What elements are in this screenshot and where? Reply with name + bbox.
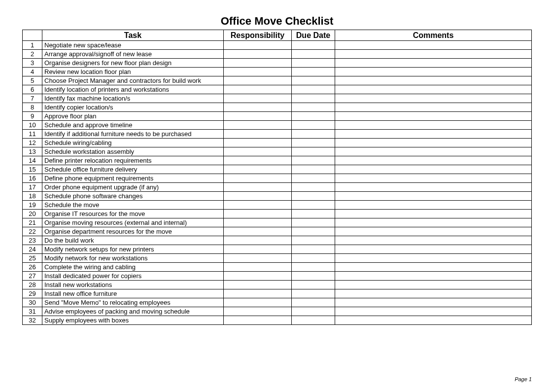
table-row: 5Choose Project Manager and contractors …	[23, 76, 532, 85]
checklist-table: Task Responsibility Due Date Comments 1N…	[22, 30, 532, 325]
responsibility-cell	[224, 183, 292, 192]
table-row: 1Negotiate new space/lease	[23, 41, 532, 50]
due-date-cell	[292, 156, 335, 165]
due-date-cell	[292, 121, 335, 130]
responsibility-cell	[224, 103, 292, 112]
row-number: 18	[23, 192, 42, 201]
responsibility-cell	[224, 307, 292, 316]
responsibility-cell	[224, 85, 292, 94]
task-cell: Modify network setups for new printers	[42, 245, 224, 254]
task-cell: Organise IT resources for the move	[42, 210, 224, 218]
table-row: 11Identify if additional furniture needs…	[23, 130, 532, 139]
table-row: 27Install dedicated power for copiers	[23, 272, 532, 281]
comments-cell	[335, 254, 532, 263]
responsibility-cell	[224, 121, 292, 130]
responsibility-cell	[224, 210, 292, 218]
table-row: 17Order phone equipment upgrade (if any)	[23, 183, 532, 192]
due-date-cell	[292, 130, 335, 139]
row-number: 1	[23, 41, 42, 50]
task-cell: Do the build work	[42, 236, 224, 245]
task-cell: Identify copier location/s	[42, 103, 224, 112]
task-cell: Define printer relocation requirements	[42, 156, 224, 165]
row-number: 28	[23, 281, 42, 289]
due-date-cell	[292, 41, 335, 50]
responsibility-cell	[224, 227, 292, 236]
table-row: 21Organise moving resources (external an…	[23, 218, 532, 227]
comments-cell	[335, 156, 532, 165]
responsibility-cell	[224, 156, 292, 165]
task-cell: Negotiate new space/lease	[42, 41, 224, 50]
responsibility-cell	[224, 272, 292, 281]
due-date-cell	[292, 165, 335, 174]
task-cell: Send "Move Memo" to relocating employees	[42, 298, 224, 307]
comments-cell	[335, 192, 532, 201]
table-row: 30Send "Move Memo" to relocating employe…	[23, 298, 532, 307]
row-number: 3	[23, 59, 42, 68]
row-number: 22	[23, 227, 42, 236]
row-number: 25	[23, 254, 42, 263]
task-cell: Install dedicated power for copiers	[42, 272, 224, 281]
responsibility-cell	[224, 41, 292, 50]
responsibility-cell	[224, 192, 292, 201]
row-number: 16	[23, 174, 42, 183]
responsibility-cell	[224, 50, 292, 59]
responsibility-cell	[224, 165, 292, 174]
table-row: 14Define printer relocation requirements	[23, 156, 532, 165]
comments-cell	[335, 147, 532, 156]
table-row: 9Approve floor plan	[23, 112, 532, 121]
responsibility-cell	[224, 316, 292, 325]
table-row: 13Schedule workstation assembly	[23, 147, 532, 156]
comments-cell	[335, 103, 532, 112]
task-cell: Identify location of printers and workst…	[42, 85, 224, 94]
due-date-cell	[292, 76, 335, 85]
row-number: 4	[23, 68, 42, 76]
comments-cell	[335, 50, 532, 59]
table-row: 32Supply employees with boxes	[23, 316, 532, 325]
comments-cell	[335, 121, 532, 130]
comments-cell	[335, 281, 532, 289]
table-row: 20Organise IT resources for the move	[23, 210, 532, 218]
task-cell: Schedule the move	[42, 201, 224, 210]
table-row: 26Complete the wiring and cabling	[23, 263, 532, 272]
row-number: 9	[23, 112, 42, 121]
responsibility-cell	[224, 130, 292, 139]
due-date-cell	[292, 94, 335, 103]
due-date-cell	[292, 103, 335, 112]
comments-cell	[335, 201, 532, 210]
task-cell: Install new office furniture	[42, 289, 224, 298]
comments-cell	[335, 174, 532, 183]
due-date-cell	[292, 254, 335, 263]
comments-cell	[335, 130, 532, 139]
due-date-cell	[292, 139, 335, 147]
responsibility-cell	[224, 263, 292, 272]
due-date-cell	[292, 289, 335, 298]
row-number: 12	[23, 139, 42, 147]
due-date-cell	[292, 245, 335, 254]
comments-cell	[335, 227, 532, 236]
task-cell: Choose Project Manager and contractors f…	[42, 76, 224, 85]
due-date-cell	[292, 147, 335, 156]
comments-cell	[335, 210, 532, 218]
responsibility-cell	[224, 201, 292, 210]
due-date-cell	[292, 281, 335, 289]
due-date-cell	[292, 68, 335, 76]
comments-cell	[335, 139, 532, 147]
table-row: 19Schedule the move	[23, 201, 532, 210]
comments-cell	[335, 245, 532, 254]
table-row: 16Define phone equipment requirements	[23, 174, 532, 183]
task-cell: Review new location floor plan	[42, 68, 224, 76]
table-row: 12Schedule wiring/cabling	[23, 139, 532, 147]
row-number: 30	[23, 298, 42, 307]
responsibility-cell	[224, 76, 292, 85]
due-date-cell	[292, 174, 335, 183]
due-date-cell	[292, 183, 335, 192]
due-date-cell	[292, 50, 335, 59]
comments-cell	[335, 112, 532, 121]
page-footer: Page 1	[515, 376, 532, 382]
row-number: 20	[23, 210, 42, 218]
table-row: 8Identify copier location/s	[23, 103, 532, 112]
row-number: 11	[23, 130, 42, 139]
row-number: 32	[23, 316, 42, 325]
task-cell: Schedule phone software changes	[42, 192, 224, 201]
task-cell: Identify fax machine location/s	[42, 94, 224, 103]
